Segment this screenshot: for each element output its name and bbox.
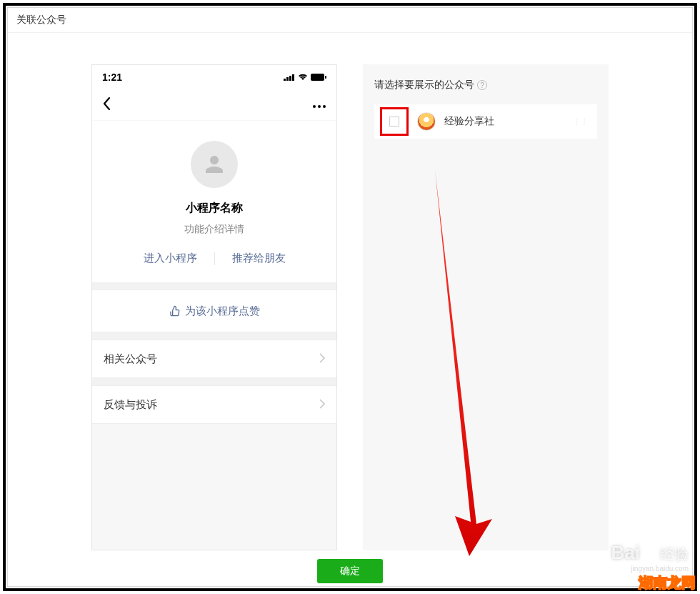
feedback-row[interactable]: 反馈与投诉 bbox=[92, 385, 336, 424]
drag-handle-icon[interactable]: ⋮⋮ bbox=[573, 120, 589, 123]
svg-rect-3 bbox=[292, 74, 294, 81]
profile-section: 小程序名称 功能介绍详情 进入小程序 推荐给朋友 bbox=[92, 121, 336, 282]
back-icon[interactable] bbox=[102, 96, 111, 114]
related-accounts-label: 相关公众号 bbox=[104, 352, 157, 366]
related-accounts-row[interactable]: 相关公众号 bbox=[92, 340, 336, 378]
feedback-label: 反馈与投诉 bbox=[104, 398, 157, 412]
phone-status-bar: 1:21 bbox=[92, 65, 336, 89]
phone-preview: 1:21 bbox=[91, 64, 337, 550]
account-row[interactable]: 经验分享社 ⋮⋮ bbox=[374, 104, 597, 139]
recommend-link[interactable]: 推荐给朋友 bbox=[215, 252, 303, 265]
svg-rect-1 bbox=[286, 77, 289, 81]
select-account-panel: 请选择要展示的公众号 ? 经验分享社 ⋮⋮ bbox=[363, 64, 609, 550]
app-description: 功能介绍详情 bbox=[184, 223, 244, 236]
thumbs-up-icon bbox=[169, 305, 181, 317]
app-name: 小程序名称 bbox=[186, 201, 243, 216]
status-icons bbox=[284, 74, 326, 81]
dialog-title: 关联公众号 bbox=[8, 8, 692, 33]
svg-rect-2 bbox=[289, 76, 291, 81]
wifi-icon bbox=[298, 74, 308, 81]
svg-point-6 bbox=[313, 105, 316, 108]
account-name: 经验分享社 bbox=[444, 115, 564, 128]
checkbox-highlight bbox=[380, 107, 409, 136]
help-icon[interactable]: ? bbox=[477, 80, 487, 90]
signal-icon bbox=[284, 74, 295, 81]
status-time: 1:21 bbox=[102, 71, 122, 83]
praise-row[interactable]: 为该小程序点赞 bbox=[92, 289, 336, 332]
svg-rect-4 bbox=[311, 74, 324, 81]
svg-point-7 bbox=[318, 105, 321, 108]
account-checkbox[interactable] bbox=[389, 117, 399, 127]
app-avatar-placeholder bbox=[191, 141, 238, 188]
phone-nav-bar bbox=[92, 89, 336, 121]
battery-icon bbox=[311, 74, 326, 81]
svg-rect-0 bbox=[284, 79, 286, 81]
praise-label: 为该小程序点赞 bbox=[185, 305, 260, 318]
svg-point-8 bbox=[323, 105, 326, 108]
panel-title-text: 请选择要展示的公众号 bbox=[374, 79, 474, 91]
chevron-right-icon bbox=[319, 353, 325, 365]
svg-rect-5 bbox=[325, 76, 326, 79]
chevron-right-icon bbox=[319, 399, 325, 411]
confirm-button[interactable]: 确定 bbox=[317, 559, 383, 583]
panel-title: 请选择要展示的公众号 ? bbox=[374, 79, 597, 91]
more-icon[interactable] bbox=[312, 99, 326, 112]
enter-miniprogram-link[interactable]: 进入小程序 bbox=[126, 252, 214, 265]
account-avatar bbox=[417, 112, 436, 131]
